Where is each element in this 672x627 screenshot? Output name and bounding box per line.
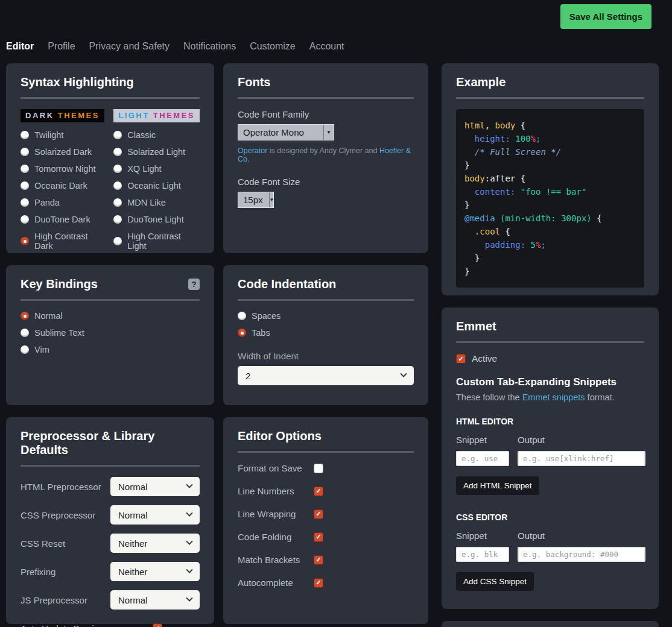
code-line: } <box>464 265 636 278</box>
operator-link[interactable]: Operator <box>238 147 267 155</box>
radio-option-tabs[interactable]: Tabs <box>238 328 414 338</box>
radio-icon <box>113 165 122 173</box>
help-icon[interactable]: ? <box>188 279 200 290</box>
save-all-settings-button[interactable]: Save All Settings <box>560 4 651 29</box>
emmet-panel: Emmet Active Custom Tab-Expanding Snippe… <box>442 307 659 609</box>
css-reset-select[interactable]: Neither <box>110 534 200 553</box>
format-on-save-checkbox[interactable] <box>314 464 323 473</box>
autocomplete-checkbox[interactable] <box>314 578 323 588</box>
output-label: Output <box>518 435 645 445</box>
divider <box>21 97 200 99</box>
tab-customize[interactable]: Customize <box>250 41 296 52</box>
divider <box>238 97 414 99</box>
select-value: Neither <box>118 567 147 577</box>
tab-editor[interactable]: Editor <box>6 41 34 52</box>
option-label: Autocomplete <box>238 578 314 588</box>
radio-option-twilight[interactable]: Twilight <box>21 130 106 140</box>
select-value: Normal <box>118 510 147 520</box>
radio-option-oceanic-dark[interactable]: Oceanic Dark <box>21 181 106 191</box>
radio-option-tomorrow-night[interactable]: Tomorrow Night <box>21 164 106 174</box>
line-numbers-checkbox[interactable] <box>314 487 323 496</box>
snippet-label: Snippet <box>456 531 509 541</box>
width-of-indent-select[interactable]: 2 <box>238 366 414 385</box>
radio-icon <box>113 181 122 190</box>
setting-label: JS Preprocessor <box>21 595 87 605</box>
radio-icon <box>21 215 29 224</box>
radio-option-solarized-dark[interactable]: Solarized Dark <box>21 147 106 157</box>
chevron-down-icon <box>186 510 192 517</box>
preprocessor-rows: HTML PreprocessorNormalCSS PreprocessorN… <box>21 477 200 627</box>
line-wrapping-checkbox[interactable] <box>314 509 323 519</box>
radio-label: Tomorrow Night <box>34 164 96 174</box>
tab-account[interactable]: Account <box>309 41 344 52</box>
code-font-family-select[interactable]: Operator Mono ▼ <box>238 124 334 140</box>
tab-notifications[interactable]: Notifications <box>183 41 236 52</box>
radio-option-duotone-dark[interactable]: DuoTone Dark <box>21 215 106 224</box>
code-folding-checkbox[interactable] <box>314 532 323 542</box>
divider <box>238 451 414 453</box>
radio-option-mdn-like[interactable]: MDN Like <box>113 198 200 207</box>
radio-label: DuoTone Light <box>127 215 184 224</box>
radio-option-oceanic-light[interactable]: Oceanic Light <box>113 181 200 191</box>
match-brackets-checkbox[interactable] <box>314 555 323 565</box>
radio-option-duotone-light[interactable]: DuoTone Light <box>113 215 200 224</box>
radio-label: High Contrast Light <box>127 232 200 251</box>
tab-privacy-and-safety[interactable]: Privacy and Safety <box>89 41 170 52</box>
radio-icon <box>21 345 29 354</box>
auto-update-preview-checkbox[interactable] <box>153 623 162 627</box>
add-html-snippet-button[interactable]: Add HTML Snippet <box>456 476 539 495</box>
radio-option-normal[interactable]: Normal <box>21 311 200 321</box>
code-line: } <box>464 198 636 212</box>
setting-row-css-reset: CSS ResetNeither <box>21 534 200 553</box>
syntax-highlighting-panel: Syntax Highlighting DARK THEMES Twilight… <box>6 63 214 253</box>
prefixing-select[interactable]: Neither <box>110 562 200 581</box>
html-preprocessor-select[interactable]: Normal <box>110 477 200 496</box>
js-preprocessor-select[interactable]: Normal <box>110 590 200 610</box>
css-output-input[interactable] <box>518 547 645 562</box>
radio-label: Oceanic Dark <box>34 181 87 191</box>
divider <box>456 341 644 343</box>
radio-option-sublime-text[interactable]: Sublime Text <box>21 328 200 338</box>
radio-label: High Contrast Dark <box>34 232 106 251</box>
dropdown-arrow-icon: ▼ <box>323 125 334 140</box>
emmet-active-checkbox[interactable] <box>456 354 466 364</box>
add-css-snippet-button[interactable]: Add CSS Snippet <box>456 572 534 591</box>
panel-title: Syntax Highlighting <box>21 75 200 89</box>
code-font-size-select[interactable]: 15px ▼ <box>238 192 274 208</box>
option-row-match-brackets: Match Brackets <box>238 555 414 565</box>
radio-icon <box>21 198 29 207</box>
tab-profile[interactable]: Profile <box>48 41 75 52</box>
html-snippet-input[interactable] <box>456 451 509 466</box>
emmet-snippets-link[interactable]: Emmet snippets <box>522 392 585 402</box>
chevron-down-icon <box>186 482 192 488</box>
radio-option-classic[interactable]: Classic <box>113 130 200 140</box>
nav-tabs: EditorProfilePrivacy and SafetyNotificat… <box>6 41 344 52</box>
code-font-size-label: Code Font Size <box>238 177 414 187</box>
radio-label: DuoTone Dark <box>34 215 90 224</box>
light-themes-badge: LIGHT THEMES <box>113 109 200 122</box>
radio-option-high-contrast-light[interactable]: High Contrast Light <box>113 232 200 251</box>
radio-option-panda[interactable]: Panda <box>21 198 106 207</box>
divider <box>238 299 414 301</box>
radio-icon <box>113 148 122 156</box>
settings-grid: Syntax Highlighting DARK THEMES Twilight… <box>0 63 672 627</box>
css-snippet-input[interactable] <box>456 547 509 562</box>
output-label: Output <box>518 531 645 541</box>
option-row-autocomplete: Autocomplete <box>238 578 414 588</box>
code-line: padding: 5%; <box>464 238 636 251</box>
radio-option-high-contrast-dark[interactable]: High Contrast Dark <box>21 232 106 251</box>
chevron-down-icon <box>400 371 407 377</box>
radio-option-xq-light[interactable]: XQ Light <box>113 164 200 174</box>
code-indentation-panel: Code Indentation SpacesTabs Width of Ind… <box>223 265 428 405</box>
radio-icon <box>113 198 122 207</box>
radio-icon <box>21 181 29 190</box>
radio-option-solarized-light[interactable]: Solarized Light <box>113 147 200 157</box>
html-output-input[interactable] <box>518 451 645 466</box>
html-editor-heading: HTML EDITOR <box>456 417 644 426</box>
radio-option-vim[interactable]: Vim <box>21 345 200 354</box>
code-line: @media (min-width: 300px) { <box>464 212 636 225</box>
css-preprocessor-select[interactable]: Normal <box>110 505 200 525</box>
code-line: /* Full Screen */ <box>464 145 636 159</box>
code-line: content: "foo !== bar" <box>464 185 636 198</box>
radio-option-spaces[interactable]: Spaces <box>238 311 414 321</box>
